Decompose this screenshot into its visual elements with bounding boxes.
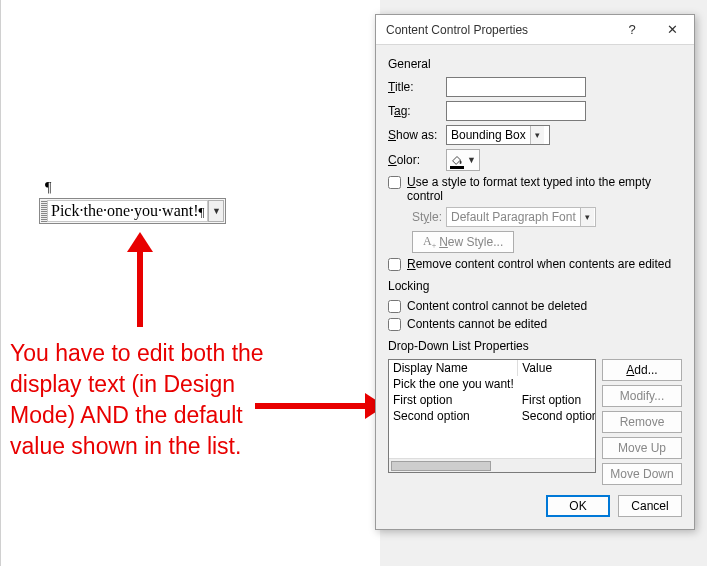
move-down-button: Move Down xyxy=(602,463,682,485)
no-edit-label: Contents cannot be edited xyxy=(407,317,547,331)
label-show-as: Show as: xyxy=(388,128,446,142)
remove-on-edit-checkbox[interactable] xyxy=(388,258,401,271)
new-style-button: A+ New Style... xyxy=(412,231,514,253)
col-value: Value xyxy=(518,360,596,376)
list-item[interactable]: Pick the one you want! xyxy=(389,376,596,392)
annotation-arrow-up xyxy=(130,232,150,327)
label-style: Style: xyxy=(412,210,446,224)
no-delete-checkbox[interactable] xyxy=(388,300,401,313)
add-button[interactable]: Add... xyxy=(602,359,682,381)
list-item[interactable]: Second option Second option xyxy=(389,408,596,424)
help-button[interactable]: ? xyxy=(612,16,652,44)
ddl-listbox[interactable]: Display Name Value Pick the one you want… xyxy=(388,359,596,473)
label-tag: Tag: xyxy=(388,104,446,118)
cancel-button[interactable]: Cancel xyxy=(618,495,682,517)
move-up-button: Move Up xyxy=(602,437,682,459)
no-delete-label: Content control cannot be deleted xyxy=(407,299,587,313)
chevron-down-icon: ▾ xyxy=(580,208,594,226)
control-dropdown-arrow[interactable]: ▼ xyxy=(208,200,224,222)
dialog-titlebar[interactable]: Content Control Properties ? ✕ xyxy=(376,15,694,45)
no-edit-checkbox[interactable] xyxy=(388,318,401,331)
section-locking: Locking xyxy=(388,279,682,293)
paint-bucket-icon xyxy=(450,153,464,167)
dialog-title: Content Control Properties xyxy=(386,23,612,37)
color-picker[interactable]: ▼ xyxy=(446,149,480,171)
chevron-down-icon: ▾ xyxy=(530,126,544,144)
show-as-combo[interactable]: Bounding Box ▾ xyxy=(446,125,550,145)
control-display-text[interactable]: Pick·the·one·you·want!¶ xyxy=(47,200,208,222)
section-general: General xyxy=(388,57,682,71)
style-a-icon: A+ xyxy=(423,234,436,250)
list-item[interactable]: First option First option xyxy=(389,392,596,408)
use-style-checkbox[interactable] xyxy=(388,176,401,189)
close-button[interactable]: ✕ xyxy=(652,16,692,44)
style-combo: Default Paragraph Font ▾ xyxy=(446,207,596,227)
label-color: Color: xyxy=(388,153,446,167)
ok-button[interactable]: OK xyxy=(546,495,610,517)
horizontal-scrollbar[interactable] xyxy=(389,458,595,472)
modify-button: Modify... xyxy=(602,385,682,407)
remove-on-edit-label: Remove content control when contents are… xyxy=(407,257,671,271)
paragraph-mark: ¶ xyxy=(45,180,51,196)
label-title: Title: xyxy=(388,80,446,94)
section-ddl: Drop-Down List Properties xyxy=(388,339,682,353)
col-display-name: Display Name xyxy=(389,360,518,376)
title-input[interactable] xyxy=(446,77,586,97)
tag-input[interactable] xyxy=(446,101,586,121)
document-area: ¶ Pick·the·one·you·want!¶ ▼ xyxy=(0,0,380,566)
list-header-row: Display Name Value xyxy=(389,360,596,376)
dialog-content-control-properties: Content Control Properties ? ✕ General T… xyxy=(375,14,695,530)
content-control-dropdown[interactable]: Pick·the·one·you·want!¶ ▼ xyxy=(39,198,226,224)
chevron-down-icon: ▼ xyxy=(467,156,476,165)
annotation-text: You have to edit both the display text (… xyxy=(10,338,290,462)
chevron-down-icon: ▼ xyxy=(212,207,221,216)
use-style-label: Use a style to format text typed into th… xyxy=(407,175,682,203)
remove-button: Remove xyxy=(602,411,682,433)
